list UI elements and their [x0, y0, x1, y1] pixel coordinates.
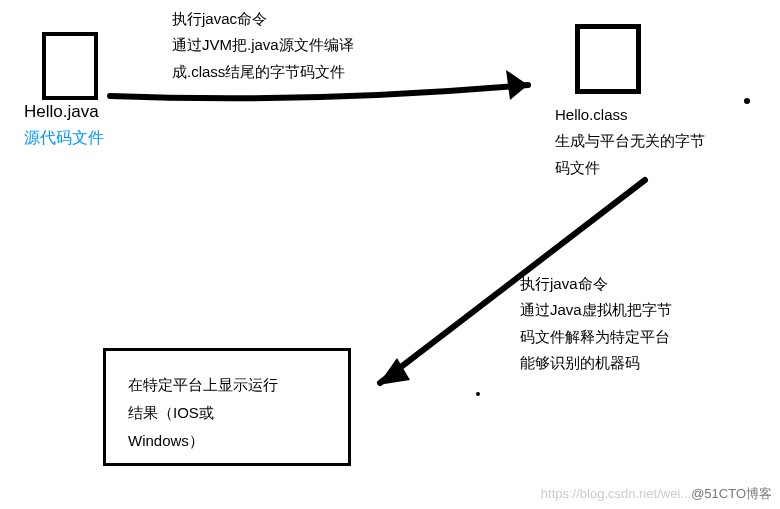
compile-line3: 成.class结尾的字节码文件 — [172, 59, 354, 85]
class-file-box — [575, 24, 641, 94]
svg-marker-1 — [378, 358, 410, 385]
svg-marker-0 — [506, 70, 528, 100]
compile-line1: 执行javac命令 — [172, 6, 354, 32]
result-line1: 在特定平台上显示运行 — [128, 371, 326, 399]
watermark-visible: @51CTO博客 — [691, 486, 772, 501]
run-description: 执行java命令 通过Java虚拟机把字节 码文件解释为特定平台 能够识别的机器… — [520, 271, 672, 376]
compile-line2: 通过JVM把.java源文件编译 — [172, 32, 354, 58]
class-caption-l2: 码文件 — [555, 155, 705, 181]
source-caption: 源代码文件 — [24, 128, 104, 149]
watermark-faded: https://blog.csdn.net/wei... — [541, 486, 691, 501]
result-line3: Windows） — [128, 427, 326, 455]
dot-icon — [476, 392, 480, 396]
run-line1: 执行java命令 — [520, 271, 672, 297]
class-caption-l1: 生成与平台无关的字节 — [555, 128, 705, 154]
run-line2: 通过Java虚拟机把字节 — [520, 297, 672, 323]
class-file-labels: Hello.class 生成与平台无关的字节 码文件 — [555, 102, 705, 181]
result-box: 在特定平台上显示运行 结果（IOS或 Windows） — [103, 348, 351, 466]
watermark: https://blog.csdn.net/wei...@51CTO博客 — [541, 485, 772, 503]
run-line4: 能够识别的机器码 — [520, 350, 672, 376]
compile-description: 执行javac命令 通过JVM把.java源文件编译 成.class结尾的字节码… — [172, 6, 354, 85]
source-file-box — [42, 32, 98, 100]
result-line2: 结果（IOS或 — [128, 399, 326, 427]
source-filename: Hello.java — [24, 102, 99, 122]
class-filename: Hello.class — [555, 102, 705, 128]
run-line3: 码文件解释为特定平台 — [520, 324, 672, 350]
dot-icon — [744, 98, 750, 104]
